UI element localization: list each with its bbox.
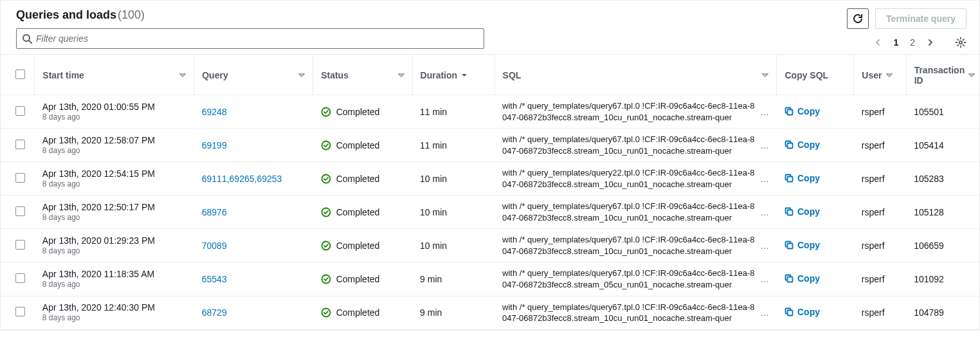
- copy-cell: Copy: [777, 262, 854, 296]
- query-cell: 68976: [194, 196, 313, 229]
- copy-icon: [785, 207, 794, 216]
- ellipsis-icon: …: [760, 107, 769, 117]
- row-checkbox[interactable]: [15, 307, 25, 316]
- svg-rect-14: [787, 277, 792, 282]
- status-success-icon: [321, 274, 331, 284]
- copy-sql-button[interactable]: Copy: [785, 240, 820, 250]
- start-time-value: Apr 13th, 2020 12:58:07 PM: [42, 134, 186, 146]
- query-cell: 69248: [194, 95, 313, 129]
- sort-icon: [398, 72, 404, 78]
- header-status[interactable]: Status: [313, 55, 412, 95]
- copy-label: Copy: [797, 140, 820, 150]
- header-transaction-id[interactable]: Transaction ID: [906, 55, 979, 95]
- select-all-checkbox[interactable]: [15, 69, 25, 79]
- svg-point-2: [959, 41, 962, 44]
- query-cell: 70089: [194, 229, 313, 262]
- svg-rect-12: [787, 243, 792, 248]
- panel-count: (100): [118, 8, 145, 22]
- sort-icon: [886, 72, 893, 78]
- refresh-button[interactable]: [847, 8, 869, 29]
- row-checkbox[interactable]: [15, 173, 25, 183]
- svg-line-1: [29, 41, 32, 43]
- status-success-icon: [321, 107, 331, 117]
- query-cell: 69111,69265,69253: [194, 162, 313, 196]
- queries-panel: Queries and loads (100) Terminate query: [0, 0, 980, 331]
- transaction-id-cell: 105283: [906, 162, 979, 196]
- table-row: Apr 13th, 2020 01:29:23 PM 8 days ago 70…: [1, 229, 979, 262]
- sort-desc-icon: [461, 72, 467, 78]
- search-wrap[interactable]: [16, 28, 484, 49]
- copy-sql-button[interactable]: Copy: [785, 173, 820, 183]
- row-checkbox-cell: [1, 296, 35, 329]
- transaction-id-cell: 106659: [906, 229, 979, 262]
- copy-sql-button[interactable]: Copy: [785, 140, 820, 150]
- start-time-cell: Apr 13th, 2020 12:58:07 PM 8 days ago: [35, 129, 194, 162]
- header-duration[interactable]: Duration: [412, 55, 495, 95]
- query-id-link[interactable]: 69111,69265,69253: [202, 174, 282, 184]
- page-1[interactable]: 1: [893, 37, 898, 48]
- table-header-row: Start time Query Status Duration SQL: [1, 55, 979, 95]
- start-time-ago: 8 days ago: [42, 246, 186, 257]
- copy-icon: [785, 307, 794, 316]
- start-time-cell: Apr 13th, 2020 12:40:30 PM 8 days ago: [35, 296, 194, 329]
- copy-icon: [785, 274, 794, 283]
- status-text: Completed: [336, 140, 380, 150]
- header-sql-label: SQL: [503, 70, 522, 80]
- start-time-value: Apr 13th, 2020 12:50:17 PM: [42, 201, 186, 213]
- copy-sql-button[interactable]: Copy: [785, 273, 820, 284]
- start-time-value: Apr 13th, 2020 12:40:30 PM: [42, 302, 186, 313]
- sql-text: with /* query_templates/query67.tpl.0 !C…: [502, 234, 755, 257]
- sql-cell: with /* query_templates/query67.tpl.0 !C…: [495, 129, 777, 162]
- row-checkbox[interactable]: [15, 240, 25, 250]
- header-sql[interactable]: SQL: [495, 55, 777, 95]
- actions-row: Terminate query: [847, 8, 966, 29]
- start-time-cell: Apr 13th, 2020 01:00:55 PM 8 days ago: [35, 95, 194, 129]
- copy-cell: Copy: [777, 229, 854, 262]
- row-checkbox-cell: [1, 95, 35, 129]
- query-cell: 68729: [194, 296, 313, 329]
- row-checkbox[interactable]: [15, 206, 25, 216]
- row-checkbox[interactable]: [15, 273, 25, 283]
- copy-sql-button[interactable]: Copy: [785, 206, 820, 217]
- title-row: Queries and loads (100): [16, 8, 484, 22]
- status-text: Completed: [336, 241, 380, 251]
- search-icon: [22, 33, 32, 44]
- query-id-link[interactable]: 68729: [202, 307, 227, 318]
- page-2[interactable]: 2: [910, 37, 915, 48]
- query-id-link[interactable]: 68976: [202, 207, 227, 217]
- sql-cell: with /* query_templates/query67.tpl.0 !C…: [495, 196, 777, 229]
- query-id-link[interactable]: 70089: [202, 241, 227, 251]
- copy-icon: [785, 241, 794, 250]
- user-cell: rsperf: [854, 196, 906, 229]
- start-time-value: Apr 13th, 2020 01:00:55 PM: [42, 101, 186, 113]
- copy-sql-button[interactable]: Copy: [785, 307, 820, 317]
- gear-icon[interactable]: [955, 37, 966, 48]
- terminate-query-button[interactable]: Terminate query: [875, 8, 966, 29]
- query-id-link[interactable]: 69199: [202, 140, 227, 150]
- ellipsis-icon: …: [760, 241, 769, 251]
- copy-label: Copy: [797, 240, 820, 250]
- ellipsis-icon: …: [760, 274, 769, 284]
- user-cell: rsperf: [854, 162, 906, 196]
- row-checkbox[interactable]: [15, 106, 25, 116]
- duration-cell: 10 min: [412, 196, 495, 229]
- chevron-right-icon[interactable]: [927, 39, 934, 46]
- header-user[interactable]: User: [854, 55, 906, 95]
- start-time-cell: Apr 13th, 2020 12:50:17 PM 8 days ago: [35, 196, 194, 229]
- start-time-value: Apr 13th, 2020 12:54:15 PM: [42, 168, 186, 179]
- duration-cell: 9 min: [412, 296, 495, 329]
- header-query[interactable]: Query: [194, 55, 313, 95]
- status-success-icon: [321, 140, 331, 150]
- sort-icon: [968, 72, 975, 78]
- copy-sql-button[interactable]: Copy: [785, 106, 820, 116]
- row-checkbox[interactable]: [15, 140, 25, 149]
- search-input[interactable]: [36, 33, 478, 44]
- pagination: 1 2: [874, 37, 966, 48]
- header-start-time[interactable]: Start time: [35, 55, 194, 95]
- sql-text: with /* query_templates/query67.tpl.0 !C…: [502, 201, 755, 223]
- query-id-link[interactable]: 65543: [202, 274, 227, 284]
- start-time-ago: 8 days ago: [42, 146, 186, 156]
- query-id-link[interactable]: 69248: [202, 107, 227, 117]
- query-cell: 65543: [194, 262, 313, 296]
- panel-header: Queries and loads (100) Terminate query: [1, 1, 979, 54]
